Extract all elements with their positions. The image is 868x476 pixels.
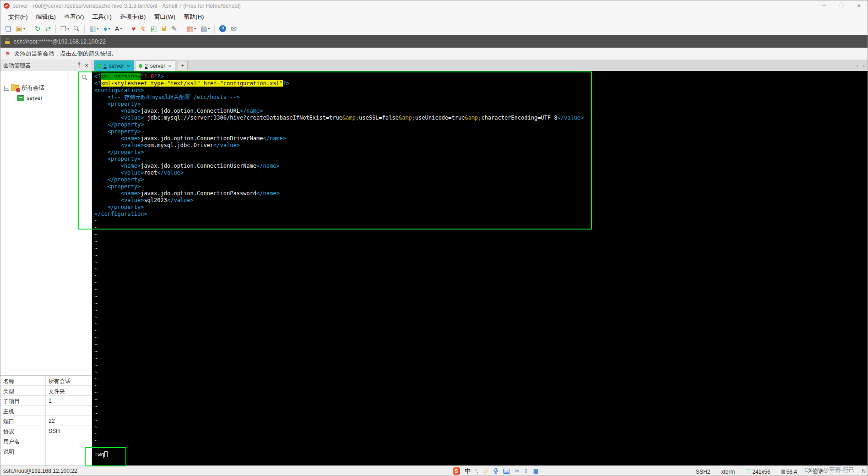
property-value xyxy=(46,446,92,456)
menu-item-edit[interactable]: 编辑(E) xyxy=(32,11,60,22)
property-label: 端口 xyxy=(0,416,46,426)
session-manager-panel: 所有会话 server 名称所有会话类型文件夹子项目1主机端口22协议SSH用户… xyxy=(0,71,92,466)
terminal-line: <value>root</value> xyxy=(94,170,868,176)
menu-item-help[interactable]: 帮助(H) xyxy=(179,11,208,22)
tab-scroll-left-icon[interactable]: ‹ xyxy=(856,62,858,69)
new-session-button[interactable]: ❏ xyxy=(3,24,13,34)
terminal-screen[interactable]: <?xml version="1.0"?><?xml-stylesheet ty… xyxy=(92,71,868,466)
address-url: ssh://root:******@192.168.12.100:22 xyxy=(14,38,106,45)
title-bar: server - root@server:/opt/server/apache-… xyxy=(0,0,868,11)
terminal-line: <value>com.mysql.jdbc.Driver</value> xyxy=(94,142,868,149)
session-tab-2[interactable]: 2server✕ xyxy=(135,60,175,71)
property-row[interactable]: 子项目1 xyxy=(0,396,92,406)
panel-close-icon[interactable]: ✕ xyxy=(85,63,89,69)
terminal-line: <name>javax.jdo.option.ConnectionURL</na… xyxy=(94,108,868,115)
reconnect-all-button[interactable]: ⇄ xyxy=(43,24,53,34)
pin-icon[interactable] xyxy=(77,62,81,69)
find-icon xyxy=(74,26,80,32)
property-row[interactable]: 端口22 xyxy=(0,416,92,426)
collapse-icon[interactable] xyxy=(4,86,9,91)
tree-item-all-sessions[interactable]: 所有会话 xyxy=(0,83,92,93)
property-value: SSH xyxy=(46,426,92,436)
session-tab-1[interactable]: 1server✕ xyxy=(94,60,134,71)
new-tab-button[interactable]: + xyxy=(178,61,188,70)
file-transfer-icon: ▦ xyxy=(187,25,193,32)
terminal-line: ~ xyxy=(94,328,868,334)
reconnect-button[interactable]: ↻ xyxy=(33,24,43,34)
ime-punctuation-indicator[interactable]: °, xyxy=(475,468,478,474)
ime-skin-icon[interactable]: ⇧ xyxy=(524,468,528,474)
color-scheme-button[interactable]: ●▾ xyxy=(101,24,112,34)
terminal-line: ~ xyxy=(94,376,868,383)
fullscreen-button[interactable]: ◰ xyxy=(149,24,159,34)
file-transfer-button[interactable]: ▦▾ xyxy=(185,24,198,34)
terminal-line: ~ xyxy=(94,252,868,259)
color-scheme-icon: ● xyxy=(103,25,107,32)
tab-scroll-right-icon[interactable]: › xyxy=(863,62,865,69)
property-row[interactable]: 协议SSH xyxy=(0,426,92,436)
ime-keyboard-icon[interactable] xyxy=(503,469,510,474)
property-row[interactable]: 说明 xyxy=(0,446,92,456)
terminal-line: ~ xyxy=(94,238,868,245)
close-button[interactable]: ✕ xyxy=(850,0,868,11)
help-button[interactable]: ? xyxy=(217,24,228,34)
pane-grid-button[interactable]: ▧▾ xyxy=(199,24,212,34)
property-value: 22 xyxy=(46,416,92,426)
tree-item-server[interactable]: server xyxy=(0,93,92,103)
compose-pen-icon: ✎ xyxy=(171,25,177,32)
properties-grid: 名称所有会话类型文件夹子项目1主机端口22协议SSH用户名说明 xyxy=(0,375,92,466)
open-folder-button[interactable]: ▣▾ xyxy=(14,24,27,34)
terminal-line: ~ xyxy=(94,424,868,431)
dropdown-caret-icon: ▾ xyxy=(67,27,69,31)
new-window-button[interactable]: ❐▾ xyxy=(59,24,71,34)
tab-layout-button[interactable]: ▥▾ xyxy=(87,24,100,34)
tab-close-icon[interactable]: ✕ xyxy=(168,64,172,69)
terminal-line: <name>javax.jdo.option.ConnectionDriverN… xyxy=(94,135,868,142)
property-row[interactable]: 用户名 xyxy=(0,436,92,446)
lock-button[interactable] xyxy=(160,24,168,34)
menu-item-window[interactable]: 窗口(W) xyxy=(150,11,179,22)
address-bar[interactable]: ssh://root:******@192.168.12.100:22 xyxy=(0,35,868,48)
ime-voice-icon[interactable] xyxy=(493,468,499,474)
terminal-line: <value>sql2023</value> xyxy=(94,197,868,204)
search-icon[interactable] xyxy=(82,75,88,81)
property-row[interactable]: 名称所有会话 xyxy=(0,376,92,386)
property-label: 名称 xyxy=(0,376,46,385)
status-item-241x56: 241x56 xyxy=(746,469,770,475)
terminal-line: ~ xyxy=(94,231,868,238)
help-icon: ? xyxy=(219,25,226,32)
menu-item-view[interactable]: 查看(V) xyxy=(60,11,88,22)
quick-command-icon: ↯ xyxy=(141,25,146,32)
ime-toolbox-icon[interactable]: ▦ xyxy=(533,468,538,474)
menu-item-file[interactable]: 文件(F) xyxy=(4,11,32,22)
ime-toolbar: S 中 °, ☺ ✂ ⇧ ▦ xyxy=(453,467,538,475)
menu-item-tab[interactable]: 选项卡(B) xyxy=(116,11,150,22)
quick-command-button[interactable]: ↯ xyxy=(139,24,148,34)
ime-screenshot-icon[interactable]: ✂ xyxy=(515,468,519,474)
property-value: 所有会话 xyxy=(46,376,92,385)
tab-close-icon[interactable]: ✕ xyxy=(127,64,130,69)
font-button[interactable]: A▾ xyxy=(113,24,124,34)
terminal-line: </configuration> xyxy=(94,211,868,218)
tab-scroll-arrows: ‹ › xyxy=(856,60,865,71)
notice-bar: ⚑ 要添加当前会话，点击左侧的箭头按钮。 xyxy=(0,48,868,60)
record-button[interactable]: ♥ xyxy=(130,24,138,34)
new-session-icon: ❏ xyxy=(5,25,11,32)
sogou-logo-icon[interactable]: S xyxy=(453,467,460,475)
property-label: 子项目 xyxy=(0,396,46,405)
terminal-line: <property> xyxy=(94,101,868,108)
property-label: 说明 xyxy=(0,446,46,456)
property-row[interactable] xyxy=(0,456,92,466)
ime-emoji-icon[interactable]: ☺ xyxy=(483,468,488,475)
menu-item-tools[interactable]: 工具(T) xyxy=(88,11,116,22)
maximize-button[interactable]: ❐ xyxy=(833,0,850,11)
terminal-line: <?xml-stylesheet type="text/xsl" href="c… xyxy=(94,80,868,87)
ime-mode-indicator[interactable]: 中 xyxy=(465,467,471,475)
find-button[interactable] xyxy=(72,24,81,34)
feedback-button[interactable]: ✉ xyxy=(229,24,239,34)
property-row[interactable]: 主机 xyxy=(0,406,92,416)
property-row[interactable]: 类型文件夹 xyxy=(0,386,92,396)
compose-pen-button[interactable]: ✎ xyxy=(169,24,179,34)
minimize-button[interactable]: ─ xyxy=(815,0,833,11)
terminal-line: </property> xyxy=(94,176,868,183)
